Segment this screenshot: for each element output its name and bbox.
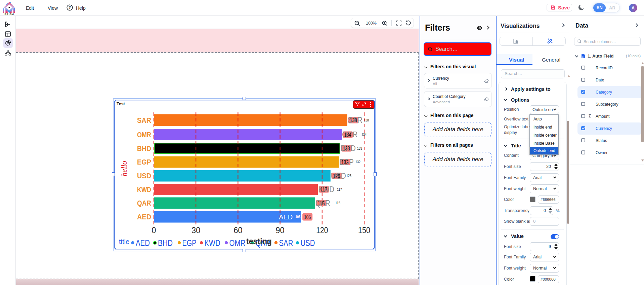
svg-text:?: ? [69, 5, 71, 9]
svg-text:PRISM: PRISM [5, 13, 14, 15]
